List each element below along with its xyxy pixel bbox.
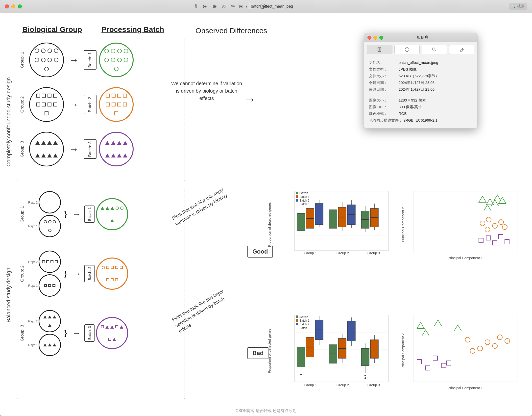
svg-point-85 — [300, 374, 302, 375]
dialog-close[interactable] — [367, 36, 371, 40]
dialog-row-type: 文档类型： JPEG 图像 — [369, 67, 472, 72]
bio-circle-g1 — [29, 43, 64, 77]
svg-rect-127 — [296, 319, 298, 322]
svg-point-158 — [433, 48, 435, 50]
bad-boxplot-chart: Proportion of detected genes — [267, 310, 398, 394]
titlebar: ⊞ ▾ batch_effect_mean.jpeg ℹ ⊖ ⊕ ⎋ ✏ ▾ ⬜… — [0, 0, 532, 13]
svg-text:i: i — [407, 48, 407, 52]
arrow-g2-top: → — [69, 99, 79, 110]
svg-text:Group 1: Group 1 — [304, 251, 317, 255]
group3-top-row: Group: 3 → Batch: 3 — [20, 132, 134, 166]
grid-icon: ⊞ — [239, 4, 243, 9]
svg-text:Batch 1: Batch 1 — [299, 319, 310, 322]
dialog-tab-edit[interactable] — [449, 45, 475, 54]
dialog-tabs: i — [364, 42, 477, 57]
dialog-body: 文件名： batch_effect_mean.jpeg 文档类型： JPEG 图… — [364, 57, 477, 128]
svg-rect-48 — [296, 192, 298, 194]
svg-text:Group 2: Group 2 — [337, 383, 349, 387]
good-pca-chart: Principal Component 2 — [401, 186, 522, 263]
svg-line-160 — [462, 49, 463, 50]
arrow-g3-top: → — [69, 144, 79, 155]
dialog-row-size: 文件大小： 623 KB（622,778字节） — [369, 74, 472, 78]
batch-box-b1-bottom: Batch: 1 — [84, 206, 95, 223]
side-label-top: Completely confounded study design — [5, 55, 12, 189]
dialog-titlebar: 一般信息 — [364, 33, 477, 42]
dialog-row-dpi: 图像 DPI： 300 像素/英寸 — [369, 105, 472, 109]
bad-pca-chart: Principal Component 2 — [401, 310, 522, 394]
svg-rect-50 — [296, 199, 298, 202]
svg-text:Group 3: Group 3 — [367, 383, 380, 387]
dialog-row-created: 创建日期： 2024年1月27日 23:06 — [369, 80, 472, 85]
minimize-button[interactable] — [11, 4, 15, 8]
svg-text:Principal Component 1: Principal Component 1 — [448, 256, 483, 260]
dialog-tab-search[interactable] — [422, 45, 447, 54]
svg-text:Batch 2: Batch 2 — [299, 199, 310, 202]
svg-text:Proportion of detected genes: Proportion of detected genes — [267, 202, 271, 247]
svg-text:Principal Component 1: Principal Component 1 — [448, 386, 483, 390]
svg-line-159 — [435, 50, 436, 51]
col-header-bio: Biological Group — [22, 25, 82, 34]
bad-label-box: Bad — [247, 347, 268, 359]
svg-point-116 — [364, 375, 366, 376]
zoom-in-icon[interactable]: ⊕ — [212, 3, 217, 10]
pencil-icon[interactable]: ✏ — [231, 3, 235, 10]
share-icon[interactable]: ⎋ — [222, 3, 225, 10]
good-boxplot-chart: Proportion of detected genes — [267, 186, 398, 263]
svg-text:Batch 3: Batch 3 — [299, 326, 310, 330]
arrow-g1-bottom: → — [72, 209, 81, 219]
dialog-row-imgsize: 图像大小： 1280 × 932 像素 — [369, 98, 472, 103]
group1-top-row: Group: 1 → Batch: 1 — [20, 43, 134, 77]
side-label-bottom: Balanced study design — [5, 194, 12, 397]
svg-text:Proportion of detected genes: Proportion of detected genes — [267, 329, 271, 373]
dialog-title: 一般信息 — [413, 35, 429, 40]
group2-bottom-row: Group: 2 Rep: 2 Rep: 1 — [20, 251, 128, 297]
svg-text:Batch 3: Batch 3 — [299, 203, 310, 206]
svg-text:Batch 2: Batch 2 — [299, 323, 310, 326]
svg-text:Principal Component 2: Principal Component 2 — [401, 333, 405, 368]
close-button[interactable] — [5, 4, 9, 8]
dialog-row-modified: 修改日期： 2024年1月27日 23:06 — [369, 87, 472, 92]
zoom-out-icon[interactable]: ⊖ — [202, 3, 207, 10]
batch-circle-b3-bottom — [96, 317, 128, 349]
search-box[interactable]: 🔍 搜索 — [509, 3, 527, 10]
batch-box-b1-top: Batch: 1 — [84, 50, 97, 70]
dialog-divider — [369, 95, 472, 95]
svg-rect-56 — [413, 191, 517, 253]
main-window: ⊞ ▾ batch_effect_mean.jpeg ℹ ⊖ ⊕ ⎋ ✏ ▾ ⬜… — [0, 0, 532, 416]
dialog-row-filename: 文件名： batch_effect_mean.jpeg — [369, 60, 472, 65]
arrow-g2-bottom: → — [72, 269, 81, 279]
col-header-batch: Processing Batch — [101, 25, 164, 34]
batch-circle-b2-top — [99, 87, 134, 122]
svg-text:Batch 1: Batch 1 — [299, 195, 310, 199]
batch-box-b2-bottom: Batch: 2 — [84, 265, 95, 282]
maximize-button[interactable] — [18, 4, 22, 8]
batch-box-b3-top: Batch: 3 — [84, 139, 97, 159]
big-arrow-right: → — [244, 92, 256, 106]
titlebar-center: ⊞ ▾ batch_effect_mean.jpeg — [239, 4, 293, 9]
dialog-tab-info[interactable]: i — [394, 45, 420, 54]
svg-text:Principal Component 2: Principal Component 2 — [401, 207, 405, 242]
info-circle-icon[interactable]: ℹ — [195, 3, 197, 10]
arrow-g1-top: → — [69, 54, 79, 66]
dialog-tab-document[interactable] — [367, 45, 392, 54]
batch-box-b2-top: Batch: 2 — [84, 95, 97, 114]
svg-point-117 — [364, 377, 366, 379]
group2-top-row: Group: 2 → Batch: 2 — [20, 87, 134, 122]
batch-box-b3-bottom: Batch: 3 — [84, 324, 95, 341]
bio-circle-g2 — [29, 87, 64, 122]
dialog-row-colormode: 颜色模式： RGB — [369, 111, 472, 116]
dialog-minimize[interactable] — [373, 36, 377, 40]
group1-bottom-row: Group: 1 Rep: 2 Rep: 1 — [20, 191, 128, 237]
bio-circle-g3 — [29, 132, 64, 166]
info-dialog[interactable]: 一般信息 i 文件名： batch_effect_m — [364, 33, 478, 129]
traffic-lights — [5, 4, 22, 8]
chart-divider — [262, 273, 522, 273]
svg-rect-128 — [296, 323, 298, 325]
svg-text:Group 2: Group 2 — [337, 251, 349, 255]
window-title: batch_effect_mean.jpeg — [251, 4, 293, 9]
observed-header: Observed Differences — [195, 26, 267, 35]
dialog-maximize[interactable] — [379, 36, 383, 40]
search-placeholder: 搜索 — [517, 4, 525, 9]
group3-bottom-row: Group: 3 Rep: 2 Rep: 1 — [20, 310, 128, 356]
chevron-icon: ▾ — [246, 4, 247, 8]
